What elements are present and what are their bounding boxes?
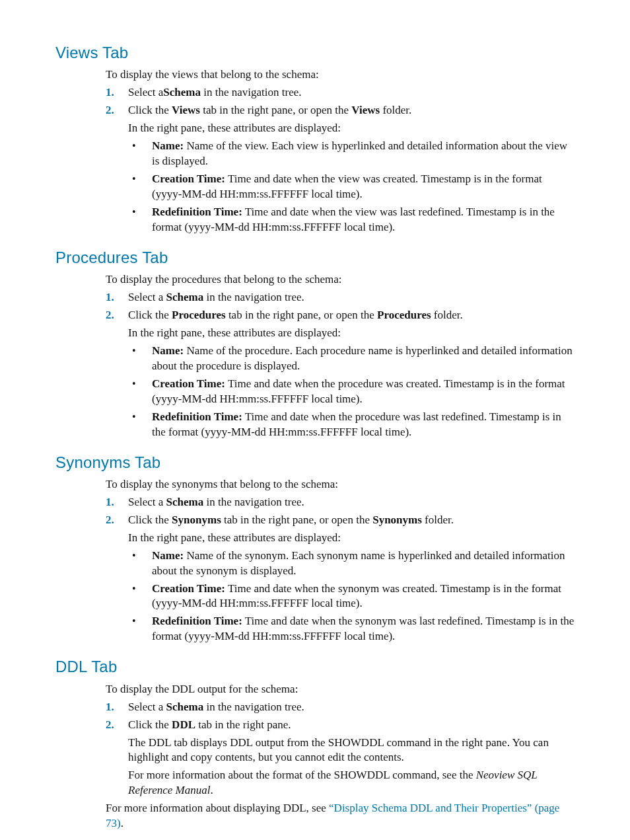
bold-text: Views: [351, 104, 380, 116]
text: Click the: [128, 104, 172, 116]
bullet-body: Creation Time: Time and date when the sy…: [152, 582, 575, 612]
text: in the navigation tree.: [203, 291, 304, 303]
text: Click the: [128, 718, 172, 731]
bullet-icon: •: [128, 344, 152, 374]
step-body: Click the DDL tab in the right pane. The…: [128, 718, 575, 799]
bold-text: Creation Time:: [152, 172, 225, 185]
sub-intro: In the right pane, these attributes are …: [128, 121, 575, 136]
bold-text: Schema: [166, 496, 204, 508]
list-item: 1. Select a Schema in the navigation tre…: [106, 700, 575, 715]
list-item: • Creation Time: Time and date when the …: [128, 172, 575, 202]
step-number: 2.: [106, 718, 128, 799]
text: Click the: [128, 514, 172, 526]
attributes-list: • Name: Name of the procedure. Each proc…: [128, 344, 575, 440]
list-item: 1. Select a Schema in the navigation tre…: [106, 495, 575, 510]
heading-procedures-tab: Procedures Tab: [55, 247, 575, 268]
text: Click the: [128, 309, 172, 321]
text: For more information about displaying DD…: [106, 802, 329, 814]
list-item: • Creation Time: Time and date when the …: [128, 377, 575, 407]
bullet-body: Redefinition Time: Time and date when th…: [152, 205, 575, 235]
heading-views-tab: Views Tab: [55, 42, 575, 63]
step-body: Select a Schema in the navigation tree.: [128, 290, 575, 305]
text: .: [210, 784, 213, 796]
list-item: • Redefinition Time: Time and date when …: [128, 410, 575, 440]
bullet-body: Redefinition Time: Time and date when th…: [152, 410, 575, 440]
text: tab in the right pane.: [195, 718, 291, 731]
text: Select a: [128, 496, 166, 508]
list-item: 2. Click the Synonyms tab in the right p…: [106, 513, 575, 648]
paragraph: For more information about the format of…: [128, 768, 575, 798]
list-item: • Name: Name of the synonym. Each synony…: [128, 549, 575, 579]
bullet-body: Creation Time: Time and date when the vi…: [152, 172, 575, 202]
list-item: 2. Click the Procedures tab in the right…: [106, 308, 575, 443]
sub-intro: In the right pane, these attributes are …: [128, 326, 575, 341]
step-number: 2.: [106, 308, 128, 443]
list-item: • Name: Name of the procedure. Each proc…: [128, 344, 575, 374]
list-item: 1. Select aSchema in the navigation tree…: [106, 85, 575, 100]
bold-text: Redefinition Time:: [152, 206, 242, 218]
step-number: 2.: [106, 103, 128, 238]
bullet-body: Creation Time: Time and date when the pr…: [152, 377, 575, 407]
views-steps: 1. Select aSchema in the navigation tree…: [106, 85, 575, 237]
list-item: • Redefinition Time: Time and date when …: [128, 205, 575, 235]
procedures-steps: 1. Select a Schema in the navigation tre…: [106, 290, 575, 442]
bold-text: Synonyms: [372, 514, 422, 526]
ddl-closing: For more information about displaying DD…: [106, 801, 575, 831]
bold-text: Redefinition Time:: [152, 615, 242, 627]
heading-synonyms-tab: Synonyms Tab: [55, 452, 575, 473]
bullet-body: Name: Name of the view. Each view is hyp…: [152, 139, 575, 169]
bullet-body: Redefinition Time: Time and date when th…: [152, 614, 575, 644]
bold-text: Views: [172, 104, 200, 116]
bold-text: Creation Time:: [152, 377, 225, 390]
step-number: 1.: [106, 700, 128, 715]
bold-text: Name:: [152, 549, 184, 562]
bold-text: Creation Time:: [152, 582, 225, 595]
text: Name of the view. Each view is hyperlink…: [152, 139, 567, 167]
text: folder.: [422, 514, 454, 526]
bullet-icon: •: [128, 139, 152, 169]
bold-text: Schema: [166, 701, 204, 713]
text: Name of the synonym. Each synonym name i…: [152, 549, 565, 577]
step-body: Select aSchema in the navigation tree.: [128, 85, 575, 100]
text: in the navigation tree.: [203, 496, 304, 508]
bullet-icon: •: [128, 410, 152, 440]
text: Name of the procedure. Each procedure na…: [152, 344, 573, 372]
bullet-icon: •: [128, 549, 152, 579]
text: For more information about the format of…: [128, 769, 476, 781]
bullet-icon: •: [128, 172, 152, 202]
step-number: 1.: [106, 495, 128, 510]
text: Select a: [128, 86, 163, 98]
text: Select a: [128, 291, 166, 303]
text: folder.: [380, 104, 411, 116]
bullet-body: Name: Name of the synonym. Each synonym …: [152, 549, 575, 579]
synonyms-intro: To display the synonyms that belong to t…: [106, 477, 575, 492]
list-item: • Creation Time: Time and date when the …: [128, 582, 575, 612]
step-body: Select a Schema in the navigation tree.: [128, 495, 575, 510]
text: Select a: [128, 701, 166, 713]
bold-text: Procedures: [172, 309, 226, 321]
bold-text: Redefinition Time:: [152, 410, 242, 423]
paragraph: The DDL tab displays DDL output from the…: [128, 736, 575, 766]
bold-text: Procedures: [377, 309, 431, 321]
text: .: [121, 817, 123, 829]
bold-text: Name:: [152, 139, 184, 152]
list-item: • Name: Name of the view. Each view is h…: [128, 139, 575, 169]
synonyms-steps: 1. Select a Schema in the navigation tre…: [106, 495, 575, 647]
bullet-icon: •: [128, 377, 152, 407]
heading-ddl-tab: DDL Tab: [55, 656, 575, 677]
attributes-list: • Name: Name of the synonym. Each synony…: [128, 549, 575, 645]
bold-text: Schema: [163, 86, 201, 98]
text: tab in the right pane, or open the: [200, 104, 351, 116]
step-body: Click the Synonyms tab in the right pane…: [128, 513, 575, 648]
step-number: 1.: [106, 85, 128, 100]
text: folder.: [431, 309, 463, 321]
bullet-icon: •: [128, 582, 152, 612]
bold-text: Name:: [152, 344, 184, 357]
sub-intro: In the right pane, these attributes are …: [128, 531, 575, 546]
step-body: Click the Views tab in the right pane, o…: [128, 103, 575, 238]
ddl-steps: 1. Select a Schema in the navigation tre…: [106, 700, 575, 799]
text: in the navigation tree.: [203, 701, 304, 713]
bold-text: Schema: [166, 291, 204, 303]
list-item: 2. Click the Views tab in the right pane…: [106, 103, 575, 238]
bold-text: DDL: [172, 718, 195, 731]
